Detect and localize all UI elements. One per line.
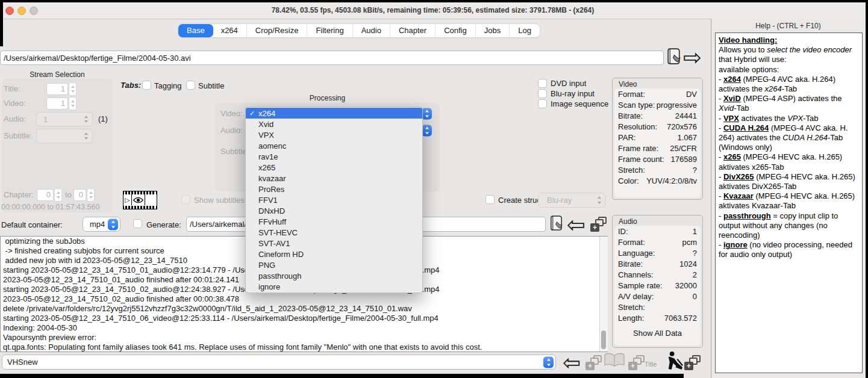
processing-audio-label: Audio: bbox=[220, 126, 243, 135]
encoder-menu-item-label: DNxHD bbox=[258, 206, 285, 215]
tab[interactable]: x264 bbox=[213, 24, 247, 37]
info-label: Format: bbox=[618, 90, 645, 101]
show-subtitles-checkbox[interactable] bbox=[181, 195, 190, 204]
add-preset-icon[interactable]: + bbox=[585, 355, 602, 370]
source-path-input[interactable] bbox=[0, 51, 664, 65]
encoder-menu-item[interactable]: x265 bbox=[246, 162, 422, 173]
info-value: 176589 bbox=[671, 155, 697, 166]
chapter-from-stepper[interactable] bbox=[54, 188, 62, 202]
chapter-to-stepper[interactable] bbox=[87, 188, 95, 202]
show-all-data-button[interactable]: Show All Data bbox=[612, 329, 703, 338]
info-value: YUV/4:2:0/8/tv bbox=[646, 176, 697, 187]
add-title-icon[interactable]: + bbox=[628, 355, 645, 370]
audio-info-row: Channels: 2 bbox=[618, 270, 697, 281]
info-value: 7063.572 bbox=[664, 314, 697, 324]
encoder-menu-item[interactable]: FFV1 bbox=[246, 194, 422, 205]
encoder-menu-item[interactable]: FFvHuff bbox=[246, 216, 422, 227]
video-stream-stepper[interactable] bbox=[69, 97, 76, 110]
info-label: Format: bbox=[618, 238, 645, 249]
preview-button[interactable]: ▷ bbox=[123, 191, 157, 209]
video-info-rows: Format: DV Scan type: progressive Bitrat… bbox=[614, 88, 701, 197]
encoder-menu-item-label: aomenc bbox=[258, 141, 286, 150]
tab[interactable]: Base bbox=[178, 24, 213, 37]
info-value: progressive bbox=[657, 101, 697, 111]
video-info-row: Frame rate: 25/CFR bbox=[618, 144, 697, 155]
open-source-book-icon[interactable] bbox=[666, 47, 682, 68]
tab[interactable]: Config bbox=[436, 24, 476, 37]
encoder-menu-item[interactable]: Xvid bbox=[246, 119, 422, 129]
open-book-icon[interactable] bbox=[604, 352, 625, 371]
input-option-label: DVD input bbox=[551, 79, 586, 88]
encoder-menu-item[interactable]: aomenc bbox=[246, 140, 422, 151]
processing-video-label: Video: bbox=[220, 109, 243, 118]
tab[interactable]: Audio bbox=[353, 24, 390, 37]
encoder-menu-item[interactable]: ignore bbox=[246, 281, 422, 292]
info-value: 25/CFR bbox=[670, 144, 697, 155]
preset-value: VHSnew bbox=[2, 355, 555, 367]
add-job-queue-icon[interactable]: + bbox=[684, 355, 701, 370]
video-info-row: Scan type: progressive bbox=[618, 101, 697, 111]
chapter-to-input[interactable]: 0 bbox=[73, 189, 86, 201]
video-stream-label: Video: bbox=[4, 99, 26, 108]
input-options: DVD input Blu-ray input Image sequence bbox=[538, 78, 608, 108]
chevron-updown-icon bbox=[543, 356, 554, 368]
title-stream-input[interactable]: 1 bbox=[46, 83, 68, 95]
info-label: Stretch: bbox=[618, 166, 645, 176]
encoder-menu-item[interactable]: SVT-AV1 bbox=[246, 238, 422, 249]
tab[interactable]: Log bbox=[510, 24, 540, 37]
input-option-checkbox[interactable] bbox=[538, 89, 547, 98]
apply-output-arrow-icon[interactable]: ⇦ bbox=[567, 212, 585, 238]
preset-select[interactable]: VHSnew bbox=[2, 355, 556, 370]
create-structure-select[interactable]: Blu-ray bbox=[538, 193, 606, 208]
audio-stream-select[interactable]: 1 bbox=[36, 112, 93, 126]
stream-selection-heading: Stream Selection bbox=[0, 70, 114, 79]
encoder-menu-item[interactable]: passthrough bbox=[246, 270, 422, 281]
log-line: qt.qpa.fonts: Populating font family ali… bbox=[3, 342, 607, 352]
encoder-menu-item[interactable]: DNxHD bbox=[246, 205, 422, 216]
generate-checkbox[interactable] bbox=[133, 219, 142, 228]
main-tabbar: Basex264Crop/ResizeFilteringAudioChapter… bbox=[178, 24, 540, 37]
title-stream-stepper[interactable] bbox=[69, 82, 76, 96]
create-structure-checkbox[interactable] bbox=[486, 195, 495, 204]
tab[interactable]: Crop/Resize bbox=[247, 24, 308, 37]
tab[interactable]: Filtering bbox=[307, 24, 352, 37]
encoder-menu-item[interactable]: rav1e bbox=[246, 151, 422, 162]
output-book-icon[interactable] bbox=[549, 214, 564, 234]
log-scrollbar-thumb[interactable] bbox=[601, 330, 606, 349]
input-option-checkbox[interactable] bbox=[538, 79, 547, 88]
tab[interactable]: Chapter bbox=[390, 24, 436, 37]
worker-jobs-icon[interactable] bbox=[664, 350, 684, 373]
default-container-select[interactable]: mp4 bbox=[83, 217, 120, 232]
encoder-menu-item-label: x264 bbox=[258, 109, 275, 118]
video-info-row: Resolution: 720x576 bbox=[618, 122, 697, 133]
add-to-jobs-icon[interactable]: + bbox=[590, 217, 607, 232]
processing-heading: Processing bbox=[215, 94, 440, 102]
info-label: Scan type: bbox=[618, 101, 655, 111]
encoder-menu-item[interactable]: PNG bbox=[246, 259, 422, 270]
chapter-from-input[interactable]: 0 bbox=[37, 189, 54, 201]
video-info-row: Frame count: 176589 bbox=[618, 155, 697, 166]
info-value: 0 bbox=[693, 292, 697, 303]
subtitle-tab-checkbox[interactable] bbox=[186, 81, 195, 90]
load-source-arrow-icon[interactable]: ⇨ bbox=[683, 45, 702, 70]
input-option-checkbox[interactable] bbox=[538, 99, 547, 108]
encoder-menu-item[interactable]: kvazaar bbox=[246, 173, 422, 184]
info-label: A/V delay: bbox=[618, 292, 654, 303]
info-label: Frame count: bbox=[618, 155, 664, 166]
film-perforation-bottom bbox=[123, 206, 157, 209]
video-info-heading: Video bbox=[619, 80, 637, 88]
chevron-updown-icon bbox=[108, 218, 118, 230]
encoder-menu-item[interactable]: SVT-HEVC bbox=[246, 227, 422, 238]
encoder-menu-item[interactable]: ProRes bbox=[246, 184, 422, 194]
encoder-menu-item[interactable]: VPX bbox=[246, 129, 422, 140]
load-preset-arrow-icon[interactable]: ⇦ bbox=[563, 350, 581, 375]
tab[interactable]: Jobs bbox=[476, 24, 510, 37]
info-label: Channels: bbox=[618, 270, 654, 281]
encoder-menu-item[interactable]: ✓ x264 bbox=[246, 108, 422, 119]
video-stream-input[interactable]: 1 bbox=[46, 98, 68, 110]
encoder-menu-item[interactable]: Cineform HD bbox=[246, 249, 422, 259]
log-line: Vapoursynth preview error: bbox=[3, 333, 607, 342]
input-option-label: Image sequence bbox=[551, 99, 608, 108]
subtitle-stream-select[interactable] bbox=[36, 129, 93, 143]
tagging-tab-checkbox[interactable] bbox=[142, 81, 151, 90]
